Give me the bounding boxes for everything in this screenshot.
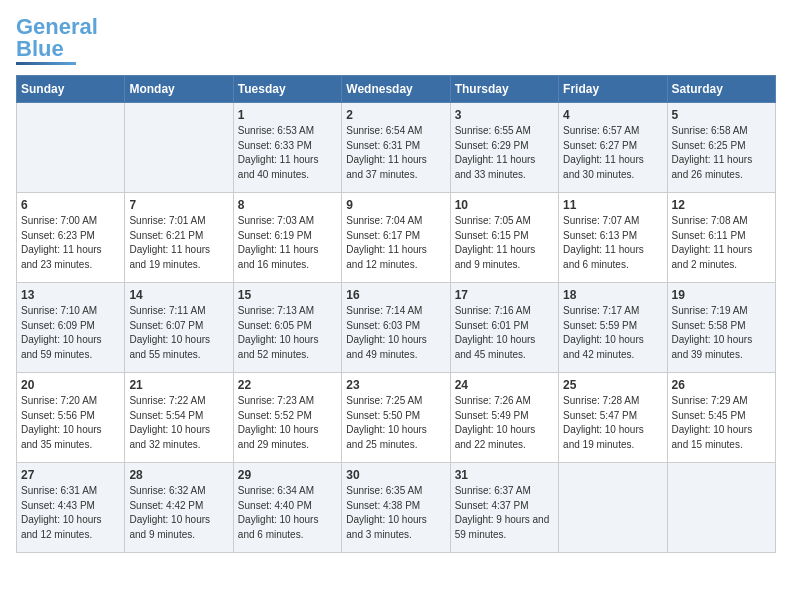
day-info: Sunrise: 7:28 AM Sunset: 5:47 PM Dayligh…: [563, 394, 662, 452]
day-number: 23: [346, 378, 445, 392]
calendar-cell: [125, 103, 233, 193]
day-number: 31: [455, 468, 554, 482]
calendar-cell: 24Sunrise: 7:26 AM Sunset: 5:49 PM Dayli…: [450, 373, 558, 463]
calendar-cell: 16Sunrise: 7:14 AM Sunset: 6:03 PM Dayli…: [342, 283, 450, 373]
day-number: 2: [346, 108, 445, 122]
day-number: 11: [563, 198, 662, 212]
calendar-cell: 5Sunrise: 6:58 AM Sunset: 6:25 PM Daylig…: [667, 103, 775, 193]
logo: General Blue: [16, 16, 98, 65]
day-number: 25: [563, 378, 662, 392]
calendar-cell: 20Sunrise: 7:20 AM Sunset: 5:56 PM Dayli…: [17, 373, 125, 463]
day-info: Sunrise: 6:34 AM Sunset: 4:40 PM Dayligh…: [238, 484, 337, 542]
calendar-cell: 1Sunrise: 6:53 AM Sunset: 6:33 PM Daylig…: [233, 103, 341, 193]
calendar-cell: [667, 463, 775, 553]
calendar-cell: [559, 463, 667, 553]
day-number: 14: [129, 288, 228, 302]
day-number: 27: [21, 468, 120, 482]
day-number: 16: [346, 288, 445, 302]
day-number: 18: [563, 288, 662, 302]
day-info: Sunrise: 7:19 AM Sunset: 5:58 PM Dayligh…: [672, 304, 771, 362]
calendar-cell: [17, 103, 125, 193]
day-number: 10: [455, 198, 554, 212]
weekday-header-tuesday: Tuesday: [233, 76, 341, 103]
day-info: Sunrise: 7:05 AM Sunset: 6:15 PM Dayligh…: [455, 214, 554, 272]
day-info: Sunrise: 6:35 AM Sunset: 4:38 PM Dayligh…: [346, 484, 445, 542]
calendar-cell: 17Sunrise: 7:16 AM Sunset: 6:01 PM Dayli…: [450, 283, 558, 373]
day-number: 19: [672, 288, 771, 302]
day-number: 5: [672, 108, 771, 122]
calendar-cell: 14Sunrise: 7:11 AM Sunset: 6:07 PM Dayli…: [125, 283, 233, 373]
day-number: 3: [455, 108, 554, 122]
day-info: Sunrise: 7:10 AM Sunset: 6:09 PM Dayligh…: [21, 304, 120, 362]
weekday-header-wednesday: Wednesday: [342, 76, 450, 103]
day-info: Sunrise: 7:16 AM Sunset: 6:01 PM Dayligh…: [455, 304, 554, 362]
calendar-table: SundayMondayTuesdayWednesdayThursdayFrid…: [16, 75, 776, 553]
day-info: Sunrise: 7:25 AM Sunset: 5:50 PM Dayligh…: [346, 394, 445, 452]
day-info: Sunrise: 7:26 AM Sunset: 5:49 PM Dayligh…: [455, 394, 554, 452]
day-number: 26: [672, 378, 771, 392]
calendar-cell: 23Sunrise: 7:25 AM Sunset: 5:50 PM Dayli…: [342, 373, 450, 463]
day-number: 17: [455, 288, 554, 302]
calendar-cell: 15Sunrise: 7:13 AM Sunset: 6:05 PM Dayli…: [233, 283, 341, 373]
day-info: Sunrise: 7:01 AM Sunset: 6:21 PM Dayligh…: [129, 214, 228, 272]
day-number: 1: [238, 108, 337, 122]
calendar-cell: 6Sunrise: 7:00 AM Sunset: 6:23 PM Daylig…: [17, 193, 125, 283]
day-info: Sunrise: 6:53 AM Sunset: 6:33 PM Dayligh…: [238, 124, 337, 182]
weekday-header-friday: Friday: [559, 76, 667, 103]
weekday-header-saturday: Saturday: [667, 76, 775, 103]
day-info: Sunrise: 7:04 AM Sunset: 6:17 PM Dayligh…: [346, 214, 445, 272]
calendar-cell: 27Sunrise: 6:31 AM Sunset: 4:43 PM Dayli…: [17, 463, 125, 553]
calendar-cell: 11Sunrise: 7:07 AM Sunset: 6:13 PM Dayli…: [559, 193, 667, 283]
day-info: Sunrise: 6:37 AM Sunset: 4:37 PM Dayligh…: [455, 484, 554, 542]
day-number: 30: [346, 468, 445, 482]
calendar-cell: 7Sunrise: 7:01 AM Sunset: 6:21 PM Daylig…: [125, 193, 233, 283]
day-number: 12: [672, 198, 771, 212]
calendar-cell: 26Sunrise: 7:29 AM Sunset: 5:45 PM Dayli…: [667, 373, 775, 463]
calendar-week-row: 13Sunrise: 7:10 AM Sunset: 6:09 PM Dayli…: [17, 283, 776, 373]
day-info: Sunrise: 6:32 AM Sunset: 4:42 PM Dayligh…: [129, 484, 228, 542]
day-number: 15: [238, 288, 337, 302]
day-info: Sunrise: 7:14 AM Sunset: 6:03 PM Dayligh…: [346, 304, 445, 362]
day-info: Sunrise: 7:23 AM Sunset: 5:52 PM Dayligh…: [238, 394, 337, 452]
day-info: Sunrise: 7:13 AM Sunset: 6:05 PM Dayligh…: [238, 304, 337, 362]
day-number: 24: [455, 378, 554, 392]
calendar-cell: 19Sunrise: 7:19 AM Sunset: 5:58 PM Dayli…: [667, 283, 775, 373]
day-info: Sunrise: 6:58 AM Sunset: 6:25 PM Dayligh…: [672, 124, 771, 182]
calendar-cell: 31Sunrise: 6:37 AM Sunset: 4:37 PM Dayli…: [450, 463, 558, 553]
day-info: Sunrise: 7:17 AM Sunset: 5:59 PM Dayligh…: [563, 304, 662, 362]
day-info: Sunrise: 7:03 AM Sunset: 6:19 PM Dayligh…: [238, 214, 337, 272]
calendar-cell: 28Sunrise: 6:32 AM Sunset: 4:42 PM Dayli…: [125, 463, 233, 553]
day-info: Sunrise: 6:57 AM Sunset: 6:27 PM Dayligh…: [563, 124, 662, 182]
day-info: Sunrise: 6:54 AM Sunset: 6:31 PM Dayligh…: [346, 124, 445, 182]
calendar-week-row: 6Sunrise: 7:00 AM Sunset: 6:23 PM Daylig…: [17, 193, 776, 283]
day-info: Sunrise: 7:22 AM Sunset: 5:54 PM Dayligh…: [129, 394, 228, 452]
logo-text: General Blue: [16, 16, 98, 60]
calendar-cell: 3Sunrise: 6:55 AM Sunset: 6:29 PM Daylig…: [450, 103, 558, 193]
calendar-cell: 30Sunrise: 6:35 AM Sunset: 4:38 PM Dayli…: [342, 463, 450, 553]
calendar-cell: 21Sunrise: 7:22 AM Sunset: 5:54 PM Dayli…: [125, 373, 233, 463]
header: General Blue: [16, 16, 776, 65]
calendar-cell: 2Sunrise: 6:54 AM Sunset: 6:31 PM Daylig…: [342, 103, 450, 193]
calendar-cell: 29Sunrise: 6:34 AM Sunset: 4:40 PM Dayli…: [233, 463, 341, 553]
calendar-week-row: 20Sunrise: 7:20 AM Sunset: 5:56 PM Dayli…: [17, 373, 776, 463]
day-number: 13: [21, 288, 120, 302]
calendar-cell: 18Sunrise: 7:17 AM Sunset: 5:59 PM Dayli…: [559, 283, 667, 373]
day-number: 22: [238, 378, 337, 392]
calendar-cell: 9Sunrise: 7:04 AM Sunset: 6:17 PM Daylig…: [342, 193, 450, 283]
calendar-cell: 25Sunrise: 7:28 AM Sunset: 5:47 PM Dayli…: [559, 373, 667, 463]
weekday-header-row: SundayMondayTuesdayWednesdayThursdayFrid…: [17, 76, 776, 103]
day-info: Sunrise: 7:20 AM Sunset: 5:56 PM Dayligh…: [21, 394, 120, 452]
day-info: Sunrise: 7:07 AM Sunset: 6:13 PM Dayligh…: [563, 214, 662, 272]
day-info: Sunrise: 7:11 AM Sunset: 6:07 PM Dayligh…: [129, 304, 228, 362]
day-number: 6: [21, 198, 120, 212]
day-info: Sunrise: 6:31 AM Sunset: 4:43 PM Dayligh…: [21, 484, 120, 542]
weekday-header-thursday: Thursday: [450, 76, 558, 103]
calendar-cell: 13Sunrise: 7:10 AM Sunset: 6:09 PM Dayli…: [17, 283, 125, 373]
weekday-header-sunday: Sunday: [17, 76, 125, 103]
day-number: 21: [129, 378, 228, 392]
day-number: 9: [346, 198, 445, 212]
day-info: Sunrise: 7:00 AM Sunset: 6:23 PM Dayligh…: [21, 214, 120, 272]
calendar-cell: 10Sunrise: 7:05 AM Sunset: 6:15 PM Dayli…: [450, 193, 558, 283]
logo-blue: Blue: [16, 36, 64, 61]
day-number: 20: [21, 378, 120, 392]
